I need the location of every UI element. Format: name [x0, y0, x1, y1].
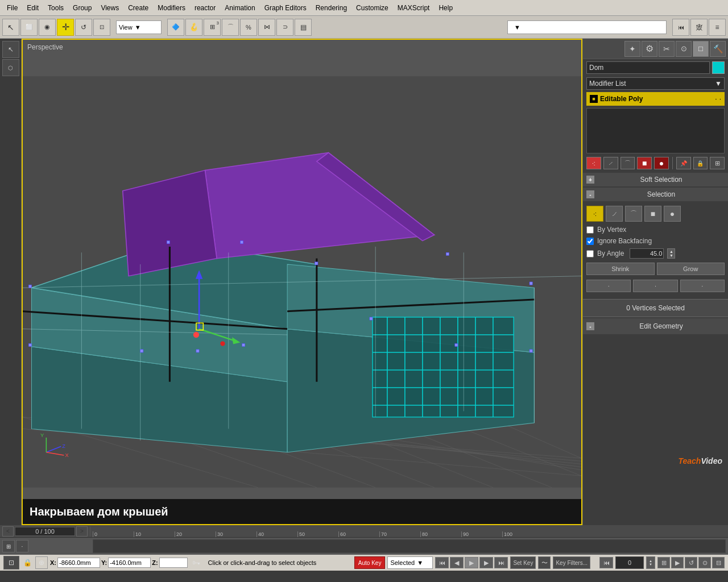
rb-5[interactable]: ⊟	[712, 557, 725, 568]
named-sel-dropdown[interactable]: ▼	[507, 20, 667, 34]
region-select-btn[interactable]: ⬜	[20, 19, 38, 36]
menu-customize[interactable]: Customize	[351, 3, 393, 13]
schematic-btn[interactable]: 🕸	[690, 19, 708, 36]
set-key-btn[interactable]: Set Key	[510, 556, 536, 569]
by-vertex-checkbox[interactable]	[586, 226, 594, 234]
rb-2[interactable]: ▶	[671, 557, 684, 568]
pb-next-btn[interactable]: ▶	[479, 557, 493, 568]
back-btn[interactable]: ⏮	[672, 19, 689, 36]
shrink-btn[interactable]: Shrink	[586, 263, 655, 275]
object-color-swatch[interactable]	[712, 61, 725, 74]
menu-reactor[interactable]: reactor	[190, 3, 220, 13]
soft-selection-header[interactable]: + Soft Selection	[583, 173, 728, 186]
selected-dropdown[interactable]: Selected▼	[387, 556, 433, 569]
rp-create-btn[interactable]: ✦	[624, 41, 640, 57]
by-angle-checkbox[interactable]	[586, 250, 594, 257]
mini-ctrl-1[interactable]: ⊞	[2, 540, 15, 552]
menu-group[interactable]: Group	[68, 3, 96, 13]
pb-play-btn[interactable]: ▶	[465, 557, 478, 568]
key-filters-btn[interactable]: Key Filters...	[553, 556, 590, 569]
subobj-pin-btn[interactable]: 📌	[676, 157, 691, 169]
align-btn[interactable]: ▤	[295, 19, 312, 36]
sel-toggle[interactable]: -	[586, 190, 594, 198]
move-tool-btn[interactable]: ✛	[57, 19, 74, 36]
menu-views[interactable]: Views	[96, 3, 123, 13]
sel-dot-btn-2[interactable]: ·	[633, 280, 677, 292]
pb-start-btn[interactable]: ⏮	[435, 557, 449, 568]
menu-file[interactable]: File	[2, 3, 22, 13]
rp-utility-btn[interactable]: 🔨	[710, 41, 726, 57]
modifier-stack-area[interactable]	[586, 108, 725, 153]
angle-snap-btn[interactable]: ⌒	[222, 19, 239, 36]
editable-poly-bar[interactable]: ■ Editable Poly · ·	[586, 92, 725, 106]
subobj-ref-btn[interactable]: ⊞	[710, 157, 725, 169]
edit-geom-toggle[interactable]: -	[586, 322, 594, 330]
sel-edge-btn[interactable]: ⟋	[606, 206, 623, 222]
tl-scroll-left[interactable]: <	[2, 526, 14, 537]
menu-help[interactable]: Help	[434, 3, 457, 13]
tl-scroll-right[interactable]: >	[76, 526, 88, 537]
select-tool-btn[interactable]: ↖	[2, 19, 19, 36]
subobj-lock-btn[interactable]: 🔒	[693, 157, 708, 169]
sel-element-btn[interactable]: ●	[664, 206, 681, 222]
pb-end-btn[interactable]: ⏭	[494, 557, 508, 568]
soft-sel-toggle[interactable]: +	[586, 176, 594, 184]
hook-btn[interactable]: 🪝	[185, 19, 202, 36]
subobj-poly-btn[interactable]: ■	[637, 157, 652, 169]
ls-btn-1[interactable]: ↖	[2, 41, 19, 58]
menu-create[interactable]: Create	[123, 3, 153, 13]
rp-motion-btn[interactable]: ⊙	[676, 41, 692, 57]
x-coord-input[interactable]	[57, 558, 100, 568]
subobj-vertex-btn[interactable]: ·:	[586, 157, 601, 169]
mini-view-btn[interactable]: ⊡	[3, 556, 19, 569]
rp-modify-btn[interactable]: ⚙	[642, 41, 657, 57]
ignore-backfacing-checkbox[interactable]	[586, 238, 594, 245]
mini-ctrl-2[interactable]: ·	[16, 540, 28, 552]
subobj-edge-btn[interactable]: ⟋	[603, 157, 618, 169]
rotate-tool-btn[interactable]: ↺	[75, 19, 92, 36]
sel-dot-btn-1[interactable]: ·	[586, 280, 631, 292]
z-coord-input[interactable]	[159, 558, 188, 568]
rp-display-btn[interactable]: □	[693, 41, 709, 57]
menu-rendering[interactable]: Rendering	[311, 3, 351, 13]
rb-4[interactable]: ⊙	[698, 557, 711, 568]
subobj-element-btn[interactable]: ●	[654, 157, 669, 169]
rb-1[interactable]: ⊞	[657, 557, 670, 568]
object-name-input[interactable]	[586, 61, 710, 74]
sel-dot-btn-3[interactable]: ·	[680, 280, 725, 292]
view-dropdown[interactable]: View ▼	[116, 20, 162, 34]
layers-btn[interactable]: ≡	[709, 19, 726, 36]
frame-spinner[interactable]: ▲▼	[646, 556, 655, 569]
auto-key-btn[interactable]: Auto Key	[354, 556, 386, 569]
menu-tools[interactable]: Tools	[43, 3, 68, 13]
material-editor-btn[interactable]: 🔷	[167, 19, 184, 36]
viewport[interactable]: Perspective	[22, 39, 582, 525]
sel-border-btn[interactable]: ⌒	[625, 206, 642, 222]
mirror-btn[interactable]: ⊃	[276, 19, 293, 36]
sel-poly-btn[interactable]: ■	[644, 206, 661, 222]
menu-maxscript[interactable]: MAXScript	[393, 3, 435, 13]
pb-prev-btn[interactable]: ◀	[450, 557, 464, 568]
spinner-snap-btn[interactable]: ⋈	[258, 19, 275, 36]
y-coord-input[interactable]	[108, 558, 151, 568]
edit-geometry-header[interactable]: - Edit Geometry	[583, 318, 728, 334]
by-angle-input[interactable]	[630, 248, 664, 259]
ref-btn[interactable]: ⊡	[93, 19, 110, 36]
menu-animation[interactable]: Animation	[220, 3, 259, 13]
selection-header[interactable]: - Selection	[583, 188, 728, 201]
angle-spinner[interactable]: ▲ ▼	[667, 248, 675, 259]
pb-r-start[interactable]: ⏮	[599, 557, 613, 568]
menu-modifiers[interactable]: Modifiers	[153, 3, 190, 13]
modifier-list-dropdown[interactable]: Modifier List ▼	[586, 77, 725, 90]
rb-3[interactable]: ↺	[685, 557, 697, 568]
percent-snap-btn[interactable]: %	[240, 19, 257, 36]
coord-target-btn[interactable]: ⊕	[35, 556, 48, 569]
timeline-track-area[interactable]	[93, 539, 726, 553]
snap-btn[interactable]: ⊞3	[204, 19, 221, 36]
rp-hierarchy-btn[interactable]: ✂	[659, 41, 675, 57]
menu-edit[interactable]: Edit	[22, 3, 43, 13]
ls-btn-2[interactable]: ⬡	[2, 59, 19, 76]
menu-graph-editors[interactable]: Graph Editors	[260, 3, 311, 13]
frame-display[interactable]: 0 / 100	[15, 527, 75, 536]
sel-vertex-btn[interactable]: ·:	[586, 206, 603, 222]
